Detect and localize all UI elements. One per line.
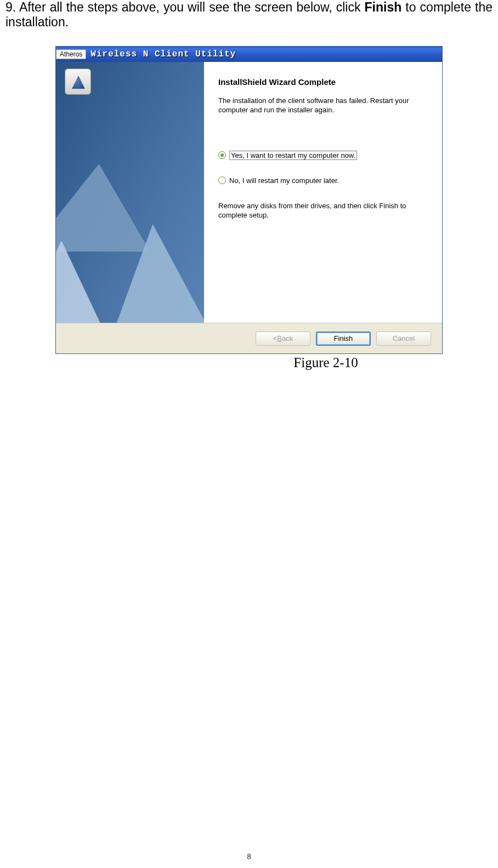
back-prefix: < <box>273 334 278 342</box>
window-body: InstallShield Wizard Complete The instal… <box>56 62 442 323</box>
window-title: Wireless N Client Utility <box>90 49 236 59</box>
radio-option-restart-now[interactable]: Yes, I want to restart my computer now. <box>218 151 428 160</box>
instruction-bold: Finish <box>365 0 402 14</box>
remove-disk-text: Remove any disks from their drives, and … <box>218 201 428 220</box>
figure-caption: Figure 2-10 <box>55 355 443 370</box>
decorative-triangle-icon <box>56 241 105 323</box>
radio-unselected-icon[interactable] <box>218 176 226 184</box>
radio-selected-icon[interactable] <box>218 151 226 159</box>
restart-radio-group: Yes, I want to restart my computer now. … <box>218 151 428 185</box>
back-underline: B <box>277 334 282 342</box>
back-button: < Back <box>256 332 310 346</box>
button-bar: < Back Finish Cancel <box>56 323 442 353</box>
step-instruction: 9. After all the steps above, you will s… <box>0 0 498 35</box>
finish-button[interactable]: Finish <box>316 332 371 346</box>
radio-label: Yes, I want to restart my computer now. <box>229 151 357 160</box>
back-suffix: ack <box>282 334 293 342</box>
instruction-prefix: 9. After all the steps above, you will s… <box>5 0 365 14</box>
wizard-side-panel <box>56 62 204 323</box>
brand-label: Atheros <box>56 49 86 59</box>
title-bar: Atheros Wireless N Client Utility <box>56 47 442 62</box>
wizard-message: The installation of the client software … <box>218 96 428 115</box>
installer-window: Atheros Wireless N Client Utility Instal… <box>55 46 443 354</box>
decorative-triangle-icon <box>109 224 204 323</box>
page-number: 8 <box>0 853 498 861</box>
cancel-button: Cancel <box>376 332 431 346</box>
radio-label: No, I will restart my computer later. <box>229 176 339 185</box>
document-page: 9. After all the steps above, you will s… <box>0 0 498 868</box>
radio-option-restart-later[interactable]: No, I will restart my computer later. <box>218 176 428 185</box>
installshield-logo-icon <box>65 68 91 95</box>
wizard-content: InstallShield Wizard Complete The instal… <box>204 62 442 323</box>
wizard-heading: InstallShield Wizard Complete <box>218 77 428 87</box>
